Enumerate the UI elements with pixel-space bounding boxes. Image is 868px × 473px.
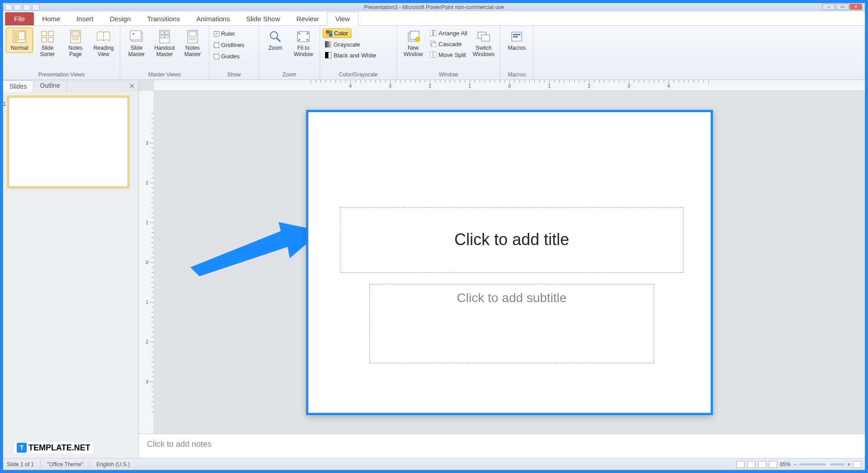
new-window-button[interactable]: New Window (400, 28, 427, 59)
svg-rect-29 (328, 52, 331, 58)
status-bar: Slide 1 of 1 "Office Theme" English (U.S… (3, 458, 865, 470)
svg-rect-43 (513, 36, 518, 38)
redo-icon[interactable] (32, 4, 39, 10)
notes-pane[interactable]: Click to add notes (139, 434, 865, 458)
undo-icon[interactable] (23, 4, 30, 10)
zoom-level[interactable]: 65% (780, 461, 791, 468)
svg-rect-42 (513, 34, 520, 35)
slide-sorter-icon (40, 29, 55, 44)
slideshow-status-button[interactable] (769, 461, 777, 468)
horizontal-ruler: 432101234 (154, 80, 865, 91)
group-title-presentation-views: Presentation Views (6, 71, 117, 79)
macros-button[interactable]: Macros (503, 28, 530, 53)
handout-master-icon (157, 29, 172, 44)
reading-view-status-button[interactable] (758, 461, 766, 468)
svg-rect-4 (48, 31, 53, 36)
bw-icon (325, 52, 332, 59)
slide-panel: Slides Outline ✕ 1 (3, 80, 139, 458)
minimize-button[interactable]: – (822, 4, 835, 10)
normal-view-button[interactable]: Normal (6, 28, 33, 53)
slide-thumbnail-1[interactable]: 1 (9, 97, 128, 187)
ruler-checkbox[interactable]: Ruler (212, 29, 237, 38)
move-split-icon (429, 51, 437, 58)
group-title-window: Window (400, 71, 497, 79)
powerpoint-icon (5, 4, 12, 10)
black-white-button[interactable]: Black and White (323, 51, 378, 60)
slides-tab[interactable]: Slides (3, 80, 33, 92)
tab-slide-show[interactable]: Slide Show (238, 12, 288, 25)
slide-master-button[interactable]: Slide Master (123, 28, 150, 59)
notes-page-icon (68, 29, 83, 44)
color-chips-icon (326, 30, 332, 37)
move-split-button[interactable]: Move Split (428, 50, 469, 59)
color-button[interactable]: Color (323, 28, 351, 38)
ribbon: Normal Slide Sorter Notes Page Reading V… (3, 26, 865, 80)
outline-tab[interactable]: Outline (33, 80, 66, 92)
status-theme: "Office Theme" (47, 461, 83, 468)
group-window: New Window Arrange All Cascade Move Spli… (397, 26, 500, 80)
zoom-button[interactable]: Zoom (262, 28, 289, 53)
svg-rect-33 (430, 30, 433, 36)
zoom-icon (268, 29, 283, 44)
svg-rect-6 (48, 38, 53, 42)
annotation-arrow-icon (190, 218, 321, 276)
tab-view[interactable]: View (327, 12, 359, 26)
gridlines-checkbox[interactable]: Gridlines (212, 41, 246, 49)
group-title-color: Color/Grayscale (323, 71, 394, 79)
notes-page-button[interactable]: Notes Page (62, 28, 89, 59)
edit-area: 432101234 3210123 Click to add title Cli… (139, 80, 865, 458)
grayscale-icon (325, 41, 332, 48)
svg-rect-1 (14, 32, 18, 42)
slide-number: 1 (3, 100, 6, 107)
zoom-slider[interactable] (799, 464, 844, 465)
maximize-button[interactable]: ▭ (836, 4, 849, 10)
subtitle-placeholder[interactable]: Click to add subtitle (369, 284, 654, 363)
new-window-icon (406, 29, 420, 44)
arrange-all-button[interactable]: Arrange All (428, 28, 469, 38)
handout-master-button[interactable]: Handout Master (151, 28, 178, 59)
zoom-out-button[interactable]: − (793, 461, 797, 468)
svg-rect-27 (325, 41, 331, 47)
save-icon[interactable] (14, 4, 21, 10)
close-button[interactable]: ✕ (849, 4, 862, 10)
group-master-views: Slide Master Handout Master Notes Master… (120, 26, 209, 80)
normal-view-status-button[interactable] (736, 461, 745, 468)
status-slide-position: Slide 1 of 1 (7, 461, 34, 468)
watermark: T TEMPLATE.NET (14, 442, 93, 454)
title-bar: Presentation3 - Microsoft PowerPoint non… (3, 3, 865, 11)
sorter-view-status-button[interactable] (747, 461, 755, 468)
template-logo-icon: T (17, 443, 27, 453)
group-title-master-views: Master Views (123, 71, 206, 79)
tab-review[interactable]: Review (288, 12, 326, 25)
canvas[interactable]: Click to add title Click to add subtitle (154, 91, 865, 434)
slide[interactable]: Click to add title Click to add subtitle (306, 110, 713, 415)
close-pane-icon[interactable]: ✕ (125, 80, 138, 92)
checkbox-icon (214, 43, 219, 48)
fit-to-window-button[interactable]: Fit to Window (290, 28, 317, 59)
tab-home[interactable]: Home (34, 12, 68, 25)
svg-line-25 (277, 38, 280, 42)
svg-rect-5 (42, 38, 47, 42)
cascade-icon (429, 40, 437, 47)
grayscale-button[interactable]: Grayscale (323, 40, 362, 49)
guides-checkbox[interactable]: Guides (212, 52, 241, 61)
status-language[interactable]: English (U.S.) (96, 461, 130, 468)
switch-windows-icon (476, 29, 491, 44)
zoom-in-button[interactable]: + (847, 461, 850, 468)
fit-to-window-status-button[interactable] (853, 461, 861, 468)
notes-master-button[interactable]: Notes Master (179, 28, 206, 59)
cascade-button[interactable]: Cascade (428, 39, 469, 48)
tab-insert[interactable]: Insert (68, 12, 102, 25)
tab-animations[interactable]: Animations (188, 12, 238, 25)
title-placeholder[interactable]: Click to add title (340, 207, 684, 273)
tab-transitions[interactable]: Transitions (139, 12, 188, 25)
tab-design[interactable]: Design (102, 12, 139, 25)
fit-window-icon (296, 29, 311, 44)
svg-rect-40 (481, 35, 490, 41)
tab-file[interactable]: File (5, 12, 34, 25)
checkbox-icon (214, 54, 219, 59)
slide-sorter-button[interactable]: Slide Sorter (34, 28, 61, 59)
arrange-all-icon (429, 29, 437, 37)
switch-windows-button[interactable]: Switch Windows (470, 28, 498, 59)
reading-view-button[interactable]: Reading View (90, 28, 117, 59)
